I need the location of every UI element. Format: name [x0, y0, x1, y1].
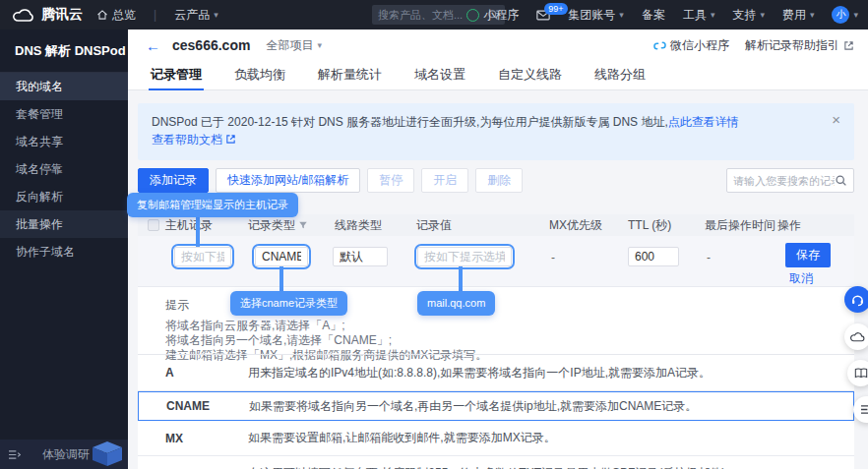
customer-service-button[interactable] — [844, 286, 868, 313]
hint-line: 将域名指向另一个域名,请选择「CNAME」; — [165, 333, 854, 348]
col-time: 最后操作时间 — [705, 214, 775, 236]
sidebar-item-plan-management[interactable]: 套餐管理 — [0, 100, 128, 128]
chevron-down-icon: ▾ — [214, 10, 218, 20]
sidebar-footer: 体验调研 › — [0, 440, 128, 469]
cancel-link[interactable]: 取消 — [789, 270, 813, 287]
wechat-miniprogram-icon — [653, 39, 666, 52]
enable-button[interactable]: 开启 — [421, 168, 468, 193]
tooltip-connector — [279, 266, 283, 293]
console-screen: 腾讯云 总览 | 云产品▾ 小程序 99+ 集团账号▾ 备案 — [0, 0, 868, 469]
close-banner-icon[interactable]: × — [832, 111, 840, 129]
col-host: 主机记录 — [165, 214, 213, 236]
add-record-button[interactable]: 添加记录 — [138, 168, 209, 193]
tencent-cloud-logo[interactable]: 腾讯云 — [0, 6, 96, 24]
headset-icon — [850, 292, 865, 307]
line-type-input[interactable] — [333, 247, 388, 266]
value-input-highlight — [414, 244, 515, 269]
tab-record-management[interactable]: 记录管理 — [151, 61, 202, 90]
quick-add-button[interactable]: 快速添加网站/邮箱解析 — [216, 168, 360, 193]
record-type-table: A 用来指定域名的IPv4地址(如:8.8.8.8),如果需要将域名指向一个IP… — [138, 354, 854, 469]
tab-line-groups[interactable]: 线路分组 — [594, 61, 646, 90]
record-type-input[interactable] — [255, 247, 308, 266]
avatar: 小 — [832, 6, 849, 24]
record-type-row-txt[interactable]: TXT 在这里可以填写任何东西,长度限制255。绝大多数的TXT记录是用来做SP… — [138, 456, 854, 469]
nav-overview[interactable]: 总览 — [96, 7, 136, 24]
tooltip-connector — [196, 215, 200, 247]
chevron-down-icon: ▾ — [853, 10, 858, 20]
nav-support[interactable]: 支持▾ — [732, 7, 765, 24]
top-navbar: 腾讯云 总览 | 云产品▾ 小程序 99+ 集团账号▾ 备案 — [0, 0, 868, 29]
wechat-miniprogram-link[interactable]: 微信小程序 — [653, 37, 729, 54]
miniprogram-icon — [466, 9, 479, 22]
sidebar-item-batch-operations[interactable]: 批量操作 — [0, 210, 128, 238]
sidebar-item-domain-parking[interactable]: 域名停靠 — [0, 155, 128, 183]
record-value-input[interactable] — [417, 247, 512, 266]
back-arrow-icon[interactable]: ← — [146, 37, 160, 54]
record-type-row-mx[interactable]: MX 如果需要设置邮箱,让邮箱能收到邮件,就需要添加MX记录。 — [138, 421, 854, 456]
notice-text: DNSPod 已于 2020-12-15 针对 DNS 服务器地址进行全面升级,… — [152, 115, 668, 129]
topbar-right: 小程序 99+ 集团账号▾ 备案 工具▾ 支持▾ 费用▾ 小 ▾ — [466, 0, 868, 29]
sidebar-item-reverse-dns[interactable]: 反向解析 — [0, 183, 128, 210]
nav-billing[interactable]: 费用▾ — [782, 7, 815, 24]
notice-detail-link[interactable]: 点此查看详情 — [668, 115, 739, 129]
col-mx: MX优先级 — [549, 214, 602, 236]
record-search[interactable] — [726, 168, 854, 193]
host-record-input[interactable] — [174, 247, 231, 266]
page-header: ← ces666.com 全部项目▾ 微信小程序 解析记录帮助指引 — [128, 29, 868, 61]
nav-tools[interactable]: 工具▾ — [683, 7, 715, 24]
filter-icon[interactable] — [298, 220, 308, 230]
nav-cloud-products[interactable]: 云产品▾ — [174, 7, 218, 24]
cloud-feedback-button[interactable] — [844, 323, 868, 350]
nav-group-account[interactable]: 集团账号▾ — [568, 7, 624, 24]
cloud-icon — [850, 331, 865, 343]
tab-domain-settings[interactable]: 域名设置 — [414, 61, 465, 90]
external-link-icon — [225, 134, 236, 145]
tab-load-balancing[interactable]: 负载均衡 — [234, 61, 285, 90]
select-all-checkbox[interactable] — [148, 219, 159, 231]
table-header-row: 主机记录 记录类型 线路类型 记录值 MX优先级 TTL (秒) 最后操作时间 … — [138, 214, 854, 236]
chevron-down-icon: ▾ — [619, 10, 624, 20]
sidebar-item-my-domains[interactable]: 我的域名 — [0, 73, 128, 100]
tab-resolution-stats[interactable]: 解析量统计 — [318, 61, 382, 90]
col-type: 记录类型 — [248, 214, 308, 236]
sidebar: DNS 解析 DNSPod 我的域名 套餐管理 域名共享 域名停靠 反向解析 批… — [0, 29, 128, 469]
col-ops: 操作 — [777, 214, 801, 236]
docs-button[interactable] — [847, 360, 868, 386]
chevron-down-icon: ▾ — [810, 10, 815, 20]
ttl-input[interactable] — [628, 247, 679, 266]
divider: | — [154, 8, 156, 22]
nav-messages[interactable]: 99+ — [536, 10, 550, 21]
search-icon — [835, 174, 847, 187]
brand-name: 腾讯云 — [41, 6, 83, 24]
tab-custom-lines[interactable]: 自定义线路 — [498, 61, 562, 90]
chevron-down-icon: ▾ — [711, 10, 715, 20]
collapse-sidebar-icon[interactable] — [8, 449, 21, 460]
chevron-down-icon: ▾ — [317, 40, 322, 50]
save-button[interactable]: 保存 — [785, 243, 831, 267]
pause-button[interactable]: 暂停 — [367, 168, 414, 193]
external-link-icon — [843, 40, 854, 51]
main-area: ← ces666.com 全部项目▾ 微信小程序 解析记录帮助指引 记录管理 负… — [128, 29, 868, 469]
tooltip-connector — [459, 266, 463, 293]
record-search-input[interactable] — [733, 175, 835, 187]
nav-beian[interactable]: 备案 — [642, 7, 665, 24]
sidebar-item-domain-sharing[interactable]: 域名共享 — [0, 128, 128, 155]
account-menu[interactable]: 小 ▾ — [832, 6, 858, 24]
nav-miniprogram[interactable]: 小程序 — [466, 7, 519, 24]
project-filter[interactable]: 全部项目▾ — [266, 37, 322, 54]
hint-line: 将域名指向云服务器,请选择「A」; — [165, 319, 854, 333]
delete-button[interactable]: 删除 — [475, 168, 523, 193]
header-links: 微信小程序 解析记录帮助指引 — [653, 37, 854, 54]
line-field-wrap — [333, 247, 388, 266]
chevron-down-icon: ▾ — [760, 10, 765, 20]
tab-bar: 记录管理 负载均衡 解析量统计 域名设置 自定义线路 线路分组 — [128, 61, 868, 90]
record-type-row-a[interactable]: A 用来指定域名的IPv4地址(如:8.8.8.8),如果需要将域名指向一个IP… — [138, 355, 854, 391]
sidebar-item-collaborative-subdomains[interactable]: 协作子域名 — [0, 238, 128, 265]
last-op-time-value: - — [707, 246, 711, 269]
help-guide-link[interactable]: 解析记录帮助指引 — [745, 37, 854, 54]
notice-doc-link[interactable]: 查看帮助文档 — [152, 133, 222, 147]
record-type-row-cname[interactable]: CNAME 如果需要将域名指向另一个域名,再由另一个域名提供ip地址,就需要添加… — [138, 391, 854, 421]
record-edit-row: - - 保存 取消 — [138, 236, 854, 287]
col-line: 线路类型 — [335, 214, 382, 236]
box-graphic — [89, 440, 126, 467]
